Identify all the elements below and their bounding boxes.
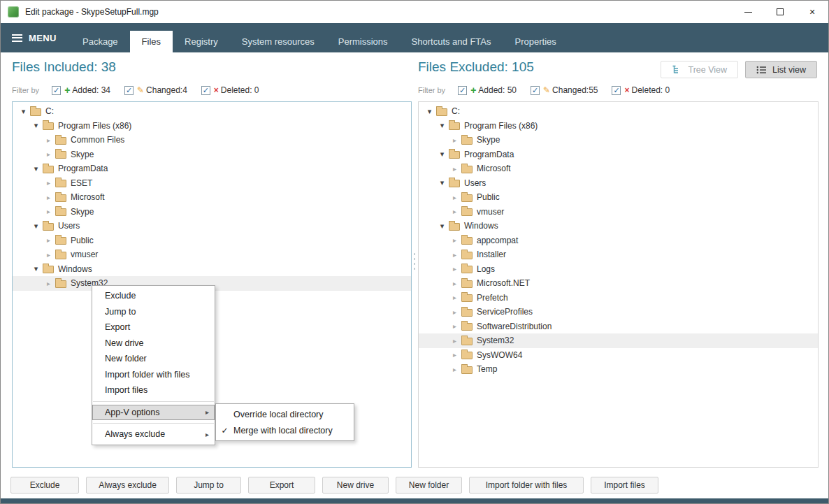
context-menu-item-import-folder-with-files[interactable]: Import folder with files bbox=[92, 367, 215, 383]
collapse-arrow-icon[interactable]: ▾ bbox=[31, 121, 41, 130]
collapse-arrow-icon[interactable]: ▾ bbox=[18, 107, 29, 116]
expand-arrow-icon[interactable]: ▸ bbox=[449, 308, 460, 316]
tree-row-serviceprofiles[interactable]: ▸ServiceProfiles bbox=[419, 305, 818, 319]
expand-arrow-icon[interactable]: ▸ bbox=[449, 194, 460, 201]
expand-arrow-icon[interactable]: ▸ bbox=[449, 165, 460, 173]
tab-shortcuts-and-ftas[interactable]: Shortcuts and FTAs bbox=[400, 31, 503, 52]
expand-arrow-icon[interactable]: ▸ bbox=[43, 251, 54, 259]
context-menu-item-jump-to[interactable]: Jump to bbox=[92, 304, 215, 320]
expand-arrow-icon[interactable]: ▸ bbox=[449, 265, 460, 273]
expand-arrow-icon[interactable]: ▸ bbox=[449, 251, 460, 259]
expand-arrow-icon[interactable]: ▸ bbox=[43, 208, 54, 215]
expand-arrow-icon[interactable]: ▸ bbox=[449, 280, 460, 287]
tab-package[interactable]: Package bbox=[71, 31, 130, 52]
tree-row-c[interactable]: ▾C: bbox=[13, 104, 411, 119]
files-excluded-tree[interactable]: ▾C:▾Program Files (x86)▸Skype▾ProgramDat… bbox=[418, 101, 819, 468]
filter-checkbox-changed[interactable]: ✓ bbox=[124, 86, 134, 95]
expand-arrow-icon[interactable]: ▸ bbox=[43, 150, 54, 158]
tree-row-appcompat[interactable]: ▸appcompat bbox=[419, 233, 818, 248]
tree-row-c[interactable]: ▾C: bbox=[419, 104, 818, 119]
expand-arrow-icon[interactable]: ▸ bbox=[449, 294, 460, 301]
tree-row-users[interactable]: ▾Users bbox=[13, 219, 411, 233]
tree-row-program-files-x86[interactable]: ▾Program Files (x86) bbox=[13, 119, 411, 134]
new-folder-button[interactable]: New folder bbox=[396, 477, 462, 494]
tree-view-button[interactable]: Tree View bbox=[661, 61, 738, 78]
tree-row-temp[interactable]: ▸Temp bbox=[419, 362, 818, 377]
context-menu-item-new-folder[interactable]: New folder bbox=[92, 351, 215, 367]
expand-arrow-icon[interactable]: ▸ bbox=[43, 236, 54, 244]
tree-row-installer[interactable]: ▸Installer bbox=[419, 247, 818, 262]
minimize-button[interactable] bbox=[732, 1, 764, 23]
expand-arrow-icon[interactable]: ▸ bbox=[43, 194, 54, 201]
filter-checkbox-changed[interactable]: ✓ bbox=[531, 86, 540, 95]
tree-row-public[interactable]: ▸Public bbox=[419, 190, 818, 205]
collapse-arrow-icon[interactable]: ▾ bbox=[437, 222, 447, 231]
tree-row-softwaredistribution[interactable]: ▸SoftwareDistribution bbox=[419, 319, 818, 334]
expand-arrow-icon[interactable]: ▸ bbox=[43, 179, 54, 187]
import-folder-with-files-button[interactable]: Import folder with files bbox=[469, 477, 584, 494]
tree-row-skype[interactable]: ▸Skype bbox=[13, 147, 411, 162]
import-files-button[interactable]: Import files bbox=[591, 477, 658, 494]
maximize-button[interactable] bbox=[764, 1, 796, 23]
export-button[interactable]: Export bbox=[248, 477, 315, 494]
expand-arrow-icon[interactable]: ▸ bbox=[449, 322, 460, 330]
collapse-arrow-icon[interactable]: ▾ bbox=[437, 178, 447, 187]
tree-row-users[interactable]: ▾Users bbox=[419, 176, 818, 191]
panel-splitter[interactable] bbox=[412, 253, 417, 270]
expand-arrow-icon[interactable]: ▸ bbox=[449, 208, 460, 215]
context-menu-item-app-v-options[interactable]: App-V options▸ bbox=[92, 405, 215, 421]
filter-checkbox-added[interactable]: ✓ bbox=[458, 86, 467, 95]
tab-permissions[interactable]: Permissions bbox=[326, 31, 400, 52]
tree-row-prefetch[interactable]: ▸Prefetch bbox=[419, 291, 818, 305]
context-menu-item-always-exclude[interactable]: Always exclude▸ bbox=[92, 426, 215, 442]
filter-checkbox-deleted[interactable]: ✓ bbox=[612, 86, 621, 95]
tree-row-eset[interactable]: ▸ESET bbox=[13, 176, 411, 191]
tree-row-vmuser[interactable]: ▸vmuser bbox=[419, 205, 818, 219]
exclude-button[interactable]: Exclude bbox=[10, 477, 79, 494]
tab-system-resources[interactable]: System resources bbox=[230, 31, 326, 52]
tree-row-syswow64[interactable]: ▸SysWOW64 bbox=[419, 348, 818, 363]
filter-checkbox-deleted[interactable]: ✓ bbox=[201, 86, 210, 95]
submenu-item-override-local-directory[interactable]: Override local directory bbox=[216, 406, 354, 422]
always-exclude-button[interactable]: Always exclude bbox=[86, 477, 169, 494]
context-menu-item-new-drive[interactable]: New drive bbox=[92, 336, 215, 352]
tab-files[interactable]: Files bbox=[130, 31, 173, 52]
tree-row-skype[interactable]: ▸Skype bbox=[13, 205, 411, 219]
collapse-arrow-icon[interactable]: ▾ bbox=[31, 264, 41, 273]
jump-to-button[interactable]: Jump to bbox=[176, 477, 241, 494]
expand-arrow-icon[interactable]: ▸ bbox=[43, 280, 54, 287]
tree-row-logs[interactable]: ▸Logs bbox=[419, 262, 818, 277]
tree-row-public[interactable]: ▸Public bbox=[13, 233, 411, 248]
expand-arrow-icon[interactable]: ▸ bbox=[449, 351, 460, 359]
collapse-arrow-icon[interactable]: ▾ bbox=[437, 121, 447, 130]
filter-checkbox-added[interactable]: ✓ bbox=[52, 86, 61, 95]
new-drive-button[interactable]: New drive bbox=[322, 477, 389, 494]
tree-row-microsoft-net[interactable]: ▸Microsoft.NET bbox=[419, 276, 818, 291]
tree-row-programdata[interactable]: ▾ProgramData bbox=[13, 161, 411, 176]
context-menu-item-import-files[interactable]: Import files bbox=[92, 382, 215, 398]
list-view-button[interactable]: List view bbox=[745, 61, 817, 78]
collapse-arrow-icon[interactable]: ▾ bbox=[31, 164, 41, 173]
expand-arrow-icon[interactable]: ▸ bbox=[449, 236, 460, 244]
close-button[interactable]: × bbox=[796, 1, 828, 23]
tree-row-system32[interactable]: ▸System32 bbox=[419, 333, 818, 348]
expand-arrow-icon[interactable]: ▸ bbox=[449, 337, 460, 345]
menu-button[interactable]: MENU bbox=[12, 23, 57, 52]
tree-row-common-files[interactable]: ▸Common Files bbox=[13, 133, 411, 147]
expand-arrow-icon[interactable]: ▸ bbox=[449, 366, 460, 373]
tab-registry[interactable]: Registry bbox=[173, 31, 230, 52]
tree-row-windows[interactable]: ▾Windows bbox=[13, 262, 411, 277]
tab-properties[interactable]: Properties bbox=[503, 31, 568, 52]
tree-row-microsoft[interactable]: ▸Microsoft bbox=[13, 190, 411, 205]
tree-row-program-files-x86[interactable]: ▾Program Files (x86) bbox=[419, 119, 818, 134]
collapse-arrow-icon[interactable]: ▾ bbox=[424, 107, 435, 116]
tree-row-vmuser[interactable]: ▸vmuser bbox=[13, 247, 411, 262]
collapse-arrow-icon[interactable]: ▾ bbox=[437, 150, 447, 159]
context-menu-item-exclude[interactable]: Exclude bbox=[92, 288, 215, 304]
context-menu-item-export[interactable]: Export bbox=[92, 319, 215, 336]
expand-arrow-icon[interactable]: ▸ bbox=[449, 136, 460, 144]
expand-arrow-icon[interactable]: ▸ bbox=[43, 136, 54, 144]
tree-row-windows[interactable]: ▾Windows bbox=[419, 219, 818, 233]
collapse-arrow-icon[interactable]: ▾ bbox=[31, 222, 41, 231]
tree-row-programdata[interactable]: ▾ProgramData bbox=[419, 147, 818, 162]
